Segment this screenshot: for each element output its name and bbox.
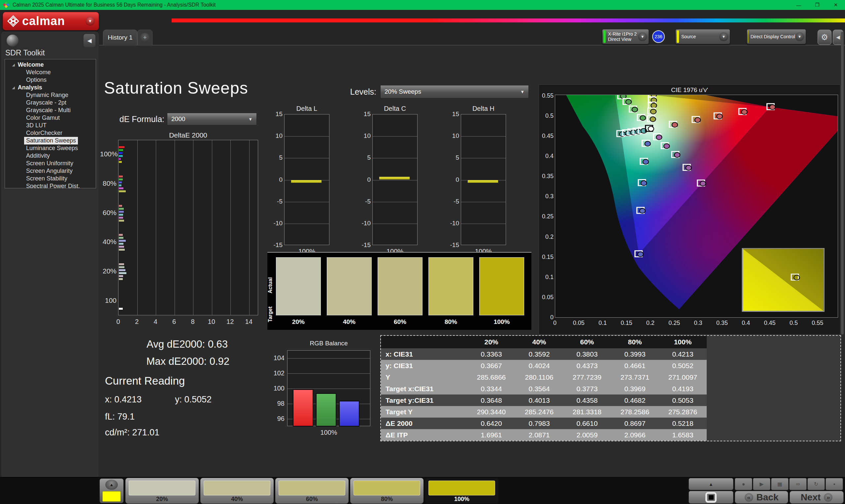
next-button[interactable]: Next »	[790, 491, 844, 504]
sidebar-item-grayscale-2pt[interactable]: Grayscale - 2pt	[24, 99, 68, 107]
delta-c-chart: Delta C151050-5-10-15100%	[359, 105, 418, 253]
back-button-label: Back	[757, 492, 779, 503]
sidebar-item-color-gamut[interactable]: Color Gamut	[24, 114, 62, 122]
swatch-80: 80%	[428, 257, 473, 326]
cie-green-3-measured-point	[632, 107, 637, 112]
calman-app-window: Calman 2025 Calman Ultimate for Business…	[0, 0, 845, 504]
source-status-stripe	[677, 30, 679, 43]
y-tick-label: 104	[270, 354, 284, 362]
table-row-e-2000: ΔE 20000.64200.79830.66100.86970.5218	[381, 418, 707, 429]
calman-diamond-icon	[3, 2, 9, 8]
de-bar-80-4	[119, 187, 124, 190]
sidebar-section-analysis[interactable]: ◢Analysis	[5, 84, 96, 91]
transport-button-1[interactable]: ▶	[753, 478, 770, 490]
back-button[interactable]: « Back	[735, 491, 788, 504]
sidebar-item-screen-stability[interactable]: Screen Stability	[24, 175, 69, 182]
y-tick-label: -5	[447, 198, 459, 205]
y-tick-label: 0	[447, 176, 459, 183]
gridline	[156, 140, 156, 315]
de-formula-select[interactable]: 2000 ▼	[167, 113, 257, 125]
levels-select[interactable]: 20% Sweeps ▼	[380, 85, 529, 98]
sidebar-item-saturation-sweeps[interactable]: Saturation Sweeps	[24, 137, 78, 144]
transport-button-5[interactable]: ▪	[826, 478, 843, 490]
transport-button-2[interactable]: ▦	[771, 478, 789, 490]
sidebar-item-options[interactable]: Options	[24, 76, 49, 84]
transport-button-4[interactable]: ↻	[807, 478, 825, 490]
sidebar-item-dynamic-range[interactable]: Dynamic Range	[24, 91, 70, 99]
source-dropdown[interactable]: Source ▼	[675, 29, 730, 44]
close-icon[interactable]: ✕	[827, 0, 845, 10]
sidebar-item-screen-angularity[interactable]: Screen Angularity	[24, 167, 75, 175]
de-bar-40-3	[119, 242, 124, 245]
sidebar-item-luminance-sweeps[interactable]: Luminance Sweeps	[24, 144, 80, 152]
patch-card-60[interactable]: 60%	[275, 478, 349, 504]
settings-button[interactable]: ⚙	[817, 30, 831, 45]
tab-history-1[interactable]: History 1	[103, 30, 137, 45]
sidebar-item-grayscale-multi[interactable]: Grayscale - Multi	[24, 107, 73, 114]
table-cell: 277.7239	[563, 372, 611, 383]
transport-button-0[interactable]: ●	[735, 478, 752, 490]
cie-blue-4-measured-point	[638, 252, 643, 257]
source-label: Source	[680, 34, 696, 39]
calman-menu-button[interactable]: calman ▼	[3, 12, 99, 30]
cie-x-tick-label: 0.4	[736, 320, 756, 326]
transport-button-3[interactable]: ∞	[789, 478, 807, 490]
table-cell: 0.3564	[515, 383, 563, 395]
sidebar-item-screen-uniformity[interactable]: Screen Uniformity	[24, 160, 75, 167]
right-panel-handle[interactable]	[841, 32, 844, 335]
de-bar-100-4	[119, 158, 121, 160]
cie-x-tick-label: 0.35	[712, 320, 732, 326]
patch-card-20[interactable]: 20%	[125, 478, 199, 504]
cie-x-tick-label: 0.5	[784, 320, 804, 326]
patch-card-100[interactable]: 100%	[425, 478, 498, 504]
patch-selector[interactable]: ▲	[100, 479, 123, 503]
gridline	[212, 140, 212, 315]
table-cell: 0.4682	[611, 395, 659, 406]
cie-magenta-3-measured-point	[686, 166, 691, 170]
table-col-header-100: 100%	[659, 336, 707, 348]
sdr-tree: ◢WelcomeWelcomeOptions◢AnalysisDynamic R…	[5, 59, 96, 188]
table-cell: 0.4213	[659, 348, 707, 360]
sidebar-collapse-button[interactable]: ◀	[84, 34, 95, 47]
x-tick-label: 0	[111, 318, 125, 326]
gridline	[284, 202, 329, 202]
swatch-label: 20%	[276, 318, 321, 326]
cie-y-tick-label: 0.25	[540, 213, 553, 220]
sidebar-item-colorchecker[interactable]: ColorChecker	[24, 129, 64, 137]
levels-label: Levels:	[327, 87, 376, 97]
sidebar-item-spectral-power-dist[interactable]: Spectral Power Dist.	[24, 182, 82, 188]
current-reading-heading: Current Reading	[105, 375, 185, 387]
levels-value: 20% Sweeps	[385, 88, 421, 95]
cie-magenta-1-measured-point	[664, 144, 669, 149]
meter-dropdown[interactable]: X-Rite i1Pro 2 Direct View ▼	[602, 29, 649, 44]
sidebar-section-welcome[interactable]: ◢Welcome	[5, 61, 96, 69]
stop-measure-button[interactable]	[689, 491, 734, 504]
table-cell: 0.3667	[468, 360, 515, 372]
sidebar-panel: ◀ SDR Toolkit ◢WelcomeWelcomeOptions◢Ana…	[2, 32, 99, 476]
window-title: Calman 2025 Calman Ultimate for Business…	[13, 2, 215, 8]
sidebar-item-welcome[interactable]: Welcome	[24, 69, 53, 76]
gear-icon: ⚙	[821, 33, 828, 42]
cie-green-4-measured-point	[640, 115, 646, 120]
sidebar-item-additivity[interactable]: Additivity	[24, 152, 52, 160]
chevron-down-icon: ▼	[795, 32, 804, 41]
cie-x-tick-label: 0.05	[569, 320, 588, 326]
table-cell: 290.3440	[468, 406, 515, 418]
panel-up-button[interactable]: ▲	[689, 478, 734, 490]
patch-card-40[interactable]: 40%	[200, 478, 274, 504]
minimize-icon[interactable]: —	[790, 0, 808, 10]
tabbar-separator	[99, 45, 845, 46]
sphere-ornament-icon	[6, 35, 18, 47]
meter-count-badge[interactable]: 236	[652, 30, 665, 43]
row-label: y: CIE31	[381, 360, 468, 372]
x-tick-label: 2	[130, 318, 144, 326]
restore-icon[interactable]: ❐	[808, 0, 827, 10]
de-bar-20-3	[119, 272, 127, 274]
swatch-color	[276, 257, 321, 315]
gridline	[373, 136, 417, 137]
patch-card-80[interactable]: 80%	[350, 478, 423, 504]
display-control-dropdown[interactable]: Direct Display Control ▼	[746, 29, 806, 44]
sidebar-item-3d-lut[interactable]: 3D LUT	[24, 122, 49, 129]
de-bar-60-1	[119, 208, 124, 210]
add-tab-button[interactable]: +	[137, 30, 153, 45]
